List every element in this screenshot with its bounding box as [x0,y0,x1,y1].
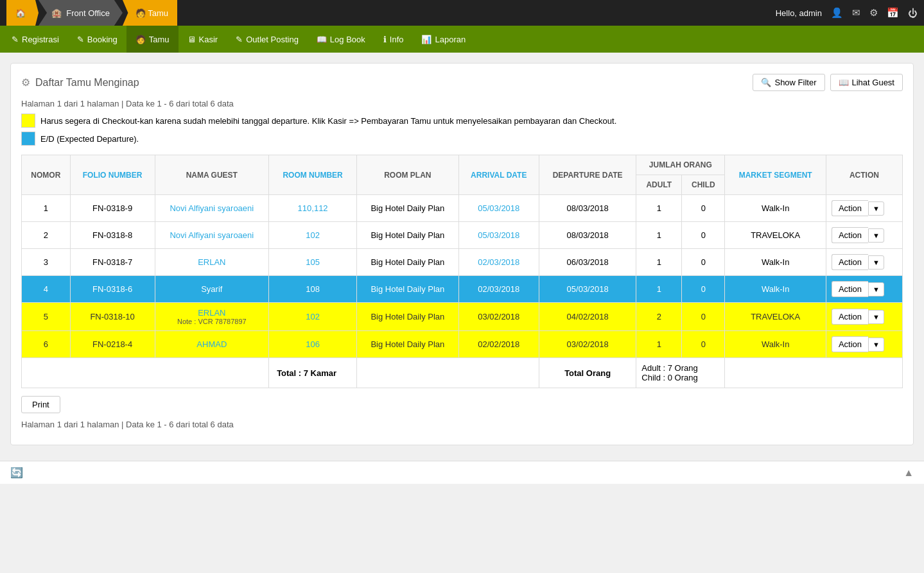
th-room-number: ROOM NUMBER [269,155,357,195]
menu-info[interactable]: ℹ Info [374,26,413,53]
cell-no: 3 [22,249,71,276]
table-row: 4 FN-0318-6 Syarif 108 Big Hotel Daily P… [22,276,903,303]
cell-adult: 2 [636,303,682,331]
th-market: MARKET SEGMENT [725,155,826,195]
menu-bar: ✎ Registrasi ✎ Booking 🧑 Tamu 🖥 Kasir ✎ … [0,26,924,53]
action-button[interactable]: Action [832,336,868,352]
guest-link[interactable]: Novi Alfiyani syaroaeni [170,230,254,240]
footer-empty [22,358,269,388]
th-nomor: NOMOR [22,155,71,195]
calendar-icon[interactable]: 📅 [887,7,899,19]
guest-table: NOMOR FOLIO NUMBER NAMA GUEST ROOM NUMBE… [21,155,903,388]
action-dropdown-button[interactable]: ▼ [868,201,884,216]
cell-arrival: 05/03/2018 [458,222,539,249]
cell-departure: 08/03/2018 [539,222,636,249]
show-filter-button[interactable]: 🔍 Show Filter [753,74,824,91]
cell-departure: 06/03/2018 [539,249,636,276]
action-button-wrap: Action ▼ [832,227,897,243]
cell-room-plan: Big Hotel Daily Plan [357,222,459,249]
menu-laporan[interactable]: 📊 Laporan [412,26,475,53]
settings-icon[interactable]: ⚙ [869,7,878,19]
gear-icon[interactable]: ⚙ [21,76,30,89]
th-departure: DEPARTURE DATE [539,155,636,195]
lihat-guest-button[interactable]: 📖 Lihat Guest [830,74,903,91]
action-dropdown-button[interactable]: ▼ [868,310,884,324]
table-row: 1 FN-0318-9 Novi Alfiyani syaroaeni 110,… [22,195,903,222]
table-body: 1 FN-0318-9 Novi Alfiyani syaroaeni 110,… [22,195,903,388]
menu-registrasi[interactable]: ✎ Registrasi [3,26,68,53]
menu-booking[interactable]: ✎ Booking [68,26,126,53]
legend-blue: E/D (Expected Departure). [21,132,903,146]
room-number-link[interactable]: 102 [306,230,320,240]
edit-icon: ✎ [12,35,19,44]
room-number-link[interactable]: 105 [306,257,320,267]
breadcrumb-home[interactable]: 🏠 [6,0,39,26]
info-icon: ℹ [383,35,387,44]
action-button-wrap: Action ▼ [832,336,897,352]
breadcrumb-front-office[interactable]: 🏨 🏨 Front Office Front Office [39,0,123,26]
cell-arrival: 03/02/2018 [458,303,539,331]
cell-market: Walk-In [725,195,826,222]
menu-kasir[interactable]: 🖥 Kasir [179,26,227,53]
cell-arrival: 02/03/2018 [458,276,539,303]
footer-refresh-icon[interactable]: 🔄 [10,466,23,479]
cell-room: 105 [269,249,357,276]
breadcrumb-tamu[interactable]: 🧑 Tamu [123,0,177,26]
cell-action: Action ▼ [826,303,902,331]
cell-arrival: 02/02/2018 [458,331,539,358]
cell-folio: FN-0318-7 [70,249,155,276]
action-button[interactable]: Action [832,309,868,325]
footer-bar: 🔄 ▲ [0,461,924,484]
room-number-link[interactable]: 108 [306,284,320,294]
action-button[interactable]: Action [832,281,868,297]
main-card: ⚙ Daftar Tamu Menginap 🔍 Show Filter 📖 L… [10,63,914,445]
action-dropdown-button[interactable]: ▼ [868,255,884,269]
greeting-text: Hello, admin [776,8,822,18]
user-account-icon[interactable]: 👤 [831,7,843,19]
search-icon: 🔍 [761,78,771,87]
th-arrival: ARRIVAL DATE [458,155,539,195]
breadcrumb: 🏠 🏨 🏨 Front Office Front Office 🧑 Tamu [6,0,177,26]
guest-link[interactable]: Novi Alfiyani syaroaeni [170,203,254,213]
th-adult: ADULT [636,175,682,195]
room-number-link[interactable]: 110,112 [298,203,328,213]
table-footer-row: Total : 7 Kamar Total Orang Adult : 7 Or… [22,358,903,388]
action-button[interactable]: Action [832,254,868,270]
cell-market: Walk-In [725,331,826,358]
guest-link[interactable]: Syarif [201,284,222,294]
cell-guest: AHMAD [155,331,269,358]
cell-departure: 03/02/2018 [539,331,636,358]
blue-box [21,132,35,146]
footer-up-icon[interactable]: ▲ [903,467,914,479]
cell-no: 2 [22,222,71,249]
guest-link[interactable]: ERLAN [198,308,225,318]
room-number-link[interactable]: 102 [306,312,320,321]
cell-market: TRAVELOKA [725,222,826,249]
cell-room: 106 [269,331,357,358]
print-button[interactable]: Print [21,396,60,413]
cell-action: Action ▼ [826,222,902,249]
action-dropdown-button[interactable]: ▼ [868,338,884,352]
cell-folio: FN-0318-10 [70,303,155,331]
footer-adult-child: Adult : 7 OrangChild : 0 Orang [636,358,725,388]
room-number-link[interactable]: 106 [306,339,320,349]
cell-adult: 1 [636,195,682,222]
action-button[interactable]: Action [832,227,868,243]
menu-tamu[interactable]: 🧑 Tamu [126,26,179,53]
action-button[interactable]: Action [832,200,868,216]
guest-link[interactable]: AHMAD [196,339,227,349]
action-dropdown-button[interactable]: ▼ [868,228,884,243]
user-icon: 🧑 [135,8,146,18]
note-text: Note : VCR 78787897 [161,318,264,325]
cell-market: Walk-In [725,249,826,276]
menu-log-book[interactable]: 📖 Log Book [308,26,374,53]
guest-link[interactable]: ERLAN [198,257,225,267]
action-dropdown-button[interactable]: ▼ [868,282,884,296]
edit2-icon: ✎ [77,35,84,44]
mail-icon[interactable]: ✉ [852,7,860,19]
action-button-wrap: Action ▼ [832,254,897,270]
menu-outlet-posting[interactable]: ✎ Outlet Posting [227,26,308,53]
power-icon[interactable]: ⏻ [908,8,918,19]
top-right-area: Hello, admin 👤 ✉ ⚙ 📅 ⏻ [776,7,918,19]
cell-room: 102 [269,222,357,249]
